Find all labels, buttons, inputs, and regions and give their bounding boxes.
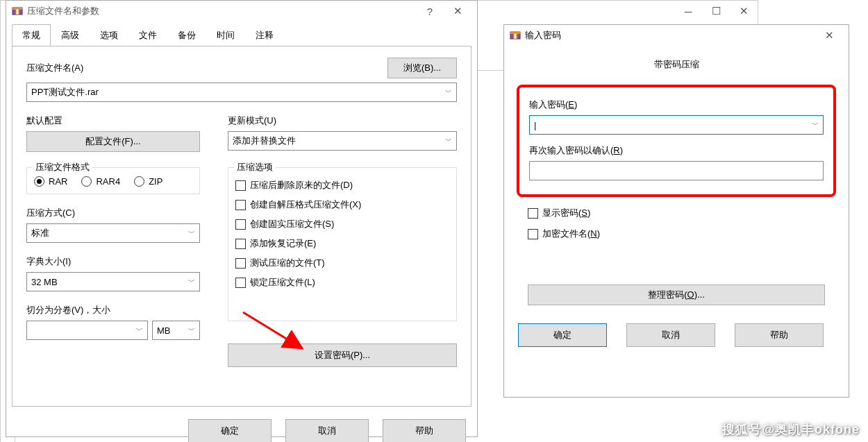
pwd-ok-button[interactable]: 确定 (518, 323, 607, 347)
tab-files[interactable]: 文件 (128, 24, 167, 46)
enter-pwd-label: 输入密码(E) (529, 99, 824, 111)
cancel-button[interactable]: 取消 (285, 419, 369, 442)
options-legend: 压缩选项 (234, 161, 276, 173)
radio-icon (81, 176, 92, 187)
opt-solid-check[interactable]: 创建固实压缩文件(S) (235, 218, 449, 230)
bg-close-button[interactable]: ✕ (730, 3, 758, 19)
svg-rect-2 (16, 9, 19, 15)
profile-label: 默认配置 (26, 114, 200, 127)
checkbox-icon (235, 200, 246, 210)
ok-button[interactable]: 确定 (188, 419, 272, 442)
pwd-cancel-button[interactable]: 取消 (626, 323, 715, 347)
tab-options[interactable]: 选项 (90, 24, 128, 46)
chevron-down-icon: ﹀ (188, 325, 195, 335)
profiles-button[interactable]: 配置文件(F)... (26, 131, 200, 152)
opt-delete-check[interactable]: 压缩后删除原来的文件(D) (235, 179, 449, 192)
dict-label: 字典大小(I) (26, 255, 200, 268)
pwd-titlebar: 输入密码 ✕ (504, 25, 849, 46)
chevron-down-icon: ﹀ (445, 136, 452, 146)
checkbox-icon (235, 239, 246, 249)
chevron-down-icon: ﹀ (812, 120, 819, 130)
filename-input[interactable]: PPT测试文件.rar ﹀ (26, 83, 457, 102)
watermark: 搜狐号@奥凯丰okfone (722, 421, 860, 438)
pwd-footer: 确定 取消 帮助 (504, 305, 849, 357)
tab-advanced[interactable]: 高级 (51, 24, 90, 46)
tab-time[interactable]: 时间 (206, 24, 245, 46)
titlebar: 压缩文件名和参数 ? ✕ (6, 1, 477, 22)
format-group: 压缩文件格式 RAR RAR4 ZIP (26, 167, 200, 194)
checkbox-icon (528, 208, 538, 219)
format-zip-radio[interactable]: ZIP (134, 176, 162, 187)
chevron-down-icon: ﹀ (445, 87, 452, 97)
pwd-header: 带密码压缩 (504, 46, 849, 78)
chevron-down-icon: ﹀ (188, 228, 195, 238)
bg-maximize-button[interactable]: ☐ (702, 3, 730, 19)
dialog-footer: 确定 取消 帮助 (6, 412, 477, 442)
chevron-down-icon: ﹀ (136, 325, 143, 335)
archive-dialog: 压缩文件名和参数 ? ✕ 常规 高级 选项 文件 备份 时间 注释 压缩文件名(… (6, 0, 478, 437)
close-button[interactable]: ✕ (444, 3, 471, 19)
filename-label: 压缩文件名(A) (26, 62, 376, 74)
options-group: 压缩选项 压缩后删除原来的文件(D) 创建自解压格式压缩文件(X) 创建固实压缩… (228, 167, 457, 321)
checkbox-icon (528, 229, 538, 239)
filename-value: PPT测试文件.rar (31, 86, 99, 99)
browse-button[interactable]: 浏览(B)... (387, 58, 457, 78)
update-mode-label: 更新模式(U) (228, 114, 457, 127)
method-value: 标准 (31, 227, 49, 239)
help-button[interactable]: ? (416, 3, 444, 19)
help-button[interactable]: 帮助 (383, 419, 466, 442)
update-mode-value: 添加并替换文件 (233, 135, 296, 147)
opt-lock-check[interactable]: 锁定压缩文件(L) (235, 276, 449, 289)
format-rar4-radio[interactable]: RAR4 (81, 176, 120, 187)
split-unit-value: MB (157, 325, 171, 336)
opt-recovery-check[interactable]: 添加恢复记录(E) (235, 237, 449, 250)
set-password-button[interactable]: 设置密码(P)... (228, 343, 457, 367)
pwd-window-title: 输入密码 (525, 29, 561, 42)
general-panel: 压缩文件名(A) 浏览(B)... PPT测试文件.rar ﹀ 默认配置 配置文… (12, 46, 471, 407)
chevron-down-icon: ﹀ (188, 277, 195, 287)
window-title: 压缩文件名和参数 (27, 5, 99, 17)
dict-value: 32 MB (31, 277, 58, 287)
split-size-input[interactable]: ﹀ (26, 321, 148, 340)
checkbox-icon (235, 278, 246, 288)
split-unit-select[interactable]: MB ﹀ (152, 321, 200, 340)
password-dialog: 输入密码 ✕ 带密码压缩 输入密码(E) | ﹀ 再次输入密码以确认(R) 显示… (503, 24, 849, 398)
bg-minimize-button[interactable]: ─ (674, 3, 702, 19)
tab-backup[interactable]: 备份 (167, 24, 206, 46)
method-label: 压缩方式(C) (26, 207, 200, 219)
tab-strip: 常规 高级 选项 文件 备份 时间 注释 (12, 24, 471, 46)
dict-select[interactable]: 32 MB ﹀ (26, 272, 200, 291)
format-legend: 压缩文件格式 (33, 161, 92, 173)
pwd-close-button[interactable]: ✕ (815, 28, 843, 43)
app-icon (12, 6, 23, 17)
pwd-help-button[interactable]: 帮助 (735, 323, 824, 347)
encrypt-names-check[interactable]: 加密文件名(N) (528, 228, 825, 240)
method-select[interactable]: 标准 ﹀ (26, 223, 200, 243)
svg-rect-6 (514, 33, 517, 39)
confirm-pwd-input[interactable] (529, 161, 824, 180)
update-mode-select[interactable]: 添加并替换文件 ﹀ (228, 131, 457, 151)
tab-comment[interactable]: 注释 (245, 24, 284, 46)
checkbox-icon (235, 180, 246, 191)
highlight-box: 输入密码(E) | ﹀ 再次输入密码以确认(R) (517, 85, 836, 197)
radio-icon (34, 176, 44, 187)
checkbox-icon (235, 258, 246, 269)
confirm-pwd-label: 再次输入密码以确认(R) (529, 144, 824, 157)
split-label: 切分为分卷(V)，大小 (26, 304, 200, 316)
opt-sfx-check[interactable]: 创建自解压格式压缩文件(X) (235, 198, 449, 211)
checkbox-icon (235, 219, 246, 230)
format-rar-radio[interactable]: RAR (34, 176, 67, 187)
show-password-check[interactable]: 显示密码(S) (528, 207, 825, 219)
enter-pwd-input[interactable]: | ﹀ (529, 115, 824, 135)
app-icon (510, 30, 521, 41)
organize-passwords-button[interactable]: 整理密码(O)... (528, 284, 825, 305)
opt-test-check[interactable]: 测试压缩的文件(T) (235, 257, 449, 269)
tab-general[interactable]: 常规 (12, 24, 51, 46)
radio-icon (134, 176, 144, 187)
